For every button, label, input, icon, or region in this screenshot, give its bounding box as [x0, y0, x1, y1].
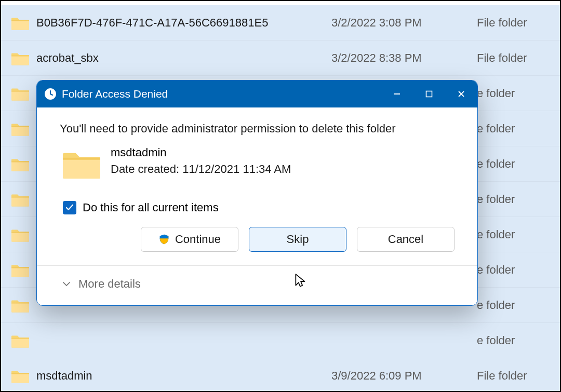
file-type: e folder [477, 228, 550, 241]
chevron-down-icon [62, 279, 71, 289]
file-type: e folder [477, 334, 550, 347]
file-type: e folder [477, 193, 550, 206]
target-folder-block: msdtadmin Date created: 11/12/2021 11:34… [63, 146, 455, 179]
file-type: e folder [477, 122, 550, 136]
file-type: e folder [477, 263, 550, 277]
file-type: e folder [477, 299, 550, 312]
dialog-content: You'll need to provide administrator per… [37, 107, 477, 214]
do-all-label: Do this for all current items [83, 201, 219, 214]
folder-icon [11, 298, 29, 313]
maximize-button[interactable] [413, 80, 445, 107]
skip-button[interactable]: Skip [249, 227, 346, 252]
do-all-row[interactable]: Do this for all current items [63, 201, 455, 214]
cancel-label: Cancel [388, 233, 423, 246]
dialog-titlebar[interactable]: Folder Access Denied [37, 80, 477, 107]
folder-icon [63, 148, 100, 179]
folder-icon [11, 121, 29, 137]
svg-rect-1 [426, 91, 432, 97]
clock-icon [44, 88, 57, 100]
folder-icon [11, 192, 29, 207]
minimize-button[interactable] [381, 80, 413, 107]
folder-icon [11, 227, 29, 242]
file-row[interactable]: B0B36F7D-476F-471C-A17A-56C6691881E53/2/… [1, 5, 560, 40]
close-button[interactable] [445, 80, 477, 107]
file-date: 3/9/2022 6:09 PM [331, 369, 477, 383]
file-type: e folder [477, 157, 550, 171]
file-date: 3/2/2022 8:38 PM [331, 51, 477, 65]
file-type: File folder [477, 369, 550, 383]
file-row[interactable]: msdtadmin3/9/2022 6:09 PMFile folder [1, 358, 560, 392]
file-date: 3/2/2022 3:08 PM [331, 16, 477, 30]
file-row[interactable]: acrobat_sbx3/2/2022 8:38 PMFile folder [1, 40, 560, 76]
continue-button[interactable]: Continue [141, 227, 238, 252]
file-name: msdtadmin [36, 369, 331, 383]
target-folder-meta: Date created: 11/12/2021 11:34 AM [111, 163, 291, 176]
skip-label: Skip [287, 233, 309, 246]
cancel-button[interactable]: Cancel [357, 227, 455, 252]
file-row[interactable]: e folder [1, 323, 560, 358]
folder-icon [11, 368, 29, 384]
file-name: acrobat_sbx [36, 51, 331, 65]
target-folder-name: msdtadmin [111, 146, 291, 159]
file-type: e folder [477, 87, 550, 100]
do-all-checkbox[interactable] [63, 201, 76, 214]
folder-access-denied-dialog: Folder Access Denied You'll need to prov… [36, 80, 478, 306]
dialog-button-row: Continue Skip Cancel [37, 227, 477, 265]
folder-icon [11, 50, 29, 66]
dialog-title: Folder Access Denied [62, 88, 381, 100]
continue-label: Continue [175, 233, 221, 246]
folder-icon [11, 262, 29, 278]
uac-shield-icon [158, 234, 170, 245]
folder-icon [11, 156, 29, 172]
file-type: File folder [477, 16, 550, 30]
file-type: File folder [477, 51, 550, 65]
more-details-toggle[interactable]: More details [37, 266, 477, 305]
folder-icon [11, 86, 29, 101]
folder-icon [11, 333, 29, 348]
more-details-label: More details [78, 277, 141, 291]
file-name: B0B36F7D-476F-471C-A17A-56C6691881E5 [36, 16, 331, 30]
dialog-message: You'll need to provide administrator per… [60, 122, 455, 136]
folder-icon [11, 15, 29, 31]
